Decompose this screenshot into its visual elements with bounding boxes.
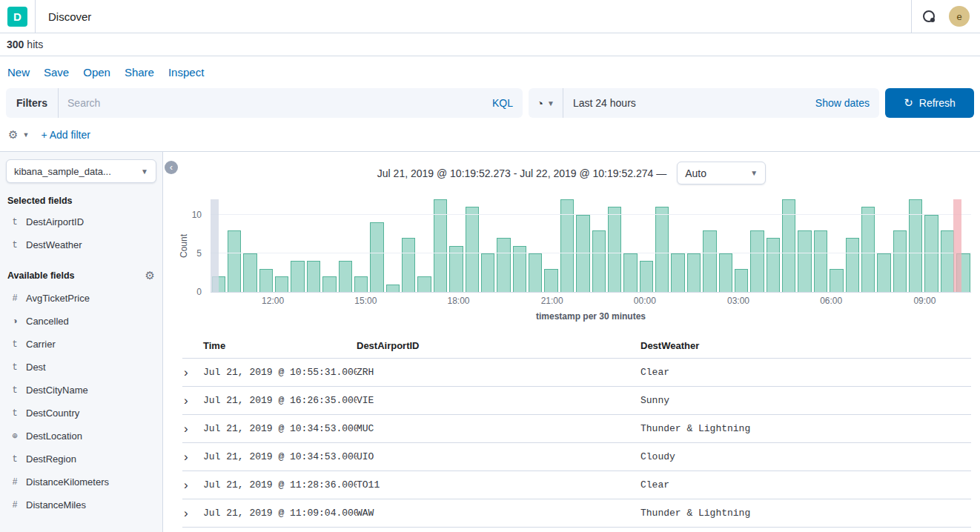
histogram-bar[interactable] xyxy=(846,238,859,292)
nav-inspect-link[interactable]: Inspect xyxy=(168,66,204,79)
histogram-bar[interactable] xyxy=(893,230,907,292)
field-item-DistanceKilometers[interactable]: #DistanceKilometers xyxy=(6,471,156,493)
histogram-bar[interactable] xyxy=(798,230,811,292)
column-header-destairportid[interactable]: DestAirportID xyxy=(357,340,640,351)
field-item-DestCountry[interactable]: tDestCountry xyxy=(6,402,156,425)
field-item-AvgTicketPrice[interactable]: #AvgTicketPrice xyxy=(6,287,156,310)
column-header-destweather[interactable]: DestWeather xyxy=(640,340,971,351)
avatar[interactable]: e xyxy=(949,6,970,27)
histogram-bar[interactable] xyxy=(228,230,241,292)
quick-select-button[interactable]: ◔ ▼ xyxy=(529,88,563,118)
histogram-bar[interactable] xyxy=(259,269,273,292)
histogram-bar[interactable] xyxy=(703,230,716,292)
histogram-bar[interactable] xyxy=(417,276,431,292)
nav-new-link[interactable]: New xyxy=(7,66,30,79)
cell-destweather: Thunder & Lightning xyxy=(640,508,971,519)
index-pattern-select[interactable]: kibana_sample_data... ▼ xyxy=(6,159,156,183)
field-name: DestCountry xyxy=(26,408,79,419)
add-filter-button[interactable]: + Add filter xyxy=(41,129,90,141)
chevron-down-icon: ▼ xyxy=(22,131,29,139)
histogram-bar[interactable] xyxy=(814,230,827,292)
nav-save-link[interactable]: Save xyxy=(44,66,69,79)
interval-select[interactable]: Auto ▼ xyxy=(677,162,766,184)
histogram-bar[interactable] xyxy=(830,269,843,292)
filter-settings-gear-icon[interactable]: ⚙ xyxy=(8,128,18,142)
histogram-bar[interactable] xyxy=(339,261,352,292)
time-range-value[interactable]: Last 24 hours xyxy=(563,97,646,109)
search-input[interactable] xyxy=(59,88,483,118)
expand-row-icon[interactable]: › xyxy=(182,422,203,435)
collapse-sidebar-button[interactable]: ‹ xyxy=(165,161,178,174)
expand-row-icon[interactable]: › xyxy=(182,479,203,491)
histogram-bar[interactable] xyxy=(322,276,336,292)
field-item-DistanceMiles[interactable]: #DistanceMiles xyxy=(6,493,156,516)
histogram-bar[interactable] xyxy=(291,261,304,292)
chevron-down-icon: ▼ xyxy=(547,99,554,107)
histogram-bar[interactable] xyxy=(354,276,368,292)
histogram-bar[interactable] xyxy=(466,207,479,292)
field-item-Cancelled[interactable]: ◑Cancelled xyxy=(6,310,156,333)
expand-row-icon[interactable]: › xyxy=(182,394,203,407)
cell-time: Jul 21, 2019 @ 10:55:31.000 xyxy=(203,367,357,378)
nav-share-link[interactable]: Share xyxy=(125,66,154,79)
histogram-bar[interactable] xyxy=(687,253,701,292)
histogram-bar[interactable] xyxy=(497,238,510,292)
histogram-bar[interactable] xyxy=(767,238,780,292)
field-item-DestWeather[interactable]: tDestWeather xyxy=(6,233,156,256)
help-button[interactable] xyxy=(912,0,946,33)
histogram-bar[interactable] xyxy=(275,276,288,292)
histogram-bar[interactable] xyxy=(307,261,320,292)
histogram-bar[interactable] xyxy=(640,261,653,292)
histogram-bar[interactable] xyxy=(576,215,589,292)
field-settings-gear-icon[interactable]: ⚙ xyxy=(145,269,155,282)
expand-row-icon[interactable]: › xyxy=(182,366,203,379)
histogram-bar[interactable] xyxy=(481,253,494,292)
histogram-bar[interactable] xyxy=(750,230,764,292)
histogram-bar[interactable] xyxy=(370,222,383,292)
number-field-icon: # xyxy=(10,500,19,511)
field-item-DestLocation[interactable]: ⊕DestLocation xyxy=(6,425,156,448)
histogram-bar[interactable] xyxy=(560,199,574,292)
expand-row-icon[interactable]: › xyxy=(182,507,203,519)
field-item-DestCityName[interactable]: tDestCityName xyxy=(6,379,156,402)
histogram-bar[interactable] xyxy=(592,230,606,292)
filters-button[interactable]: Filters xyxy=(6,88,59,118)
available-fields-list: #AvgTicketPrice◑CancelledtCarriertDesttD… xyxy=(6,287,156,516)
help-icon xyxy=(923,10,935,22)
hits-count: 300 xyxy=(7,39,24,50)
histogram-bar[interactable] xyxy=(402,238,415,292)
refresh-button[interactable]: ↻ Refresh xyxy=(885,88,974,118)
histogram-bar[interactable] xyxy=(243,253,256,292)
y-axis-tick-label: 0 xyxy=(196,287,202,297)
histogram-bar[interactable] xyxy=(924,215,938,292)
histogram-bar[interactable] xyxy=(386,285,400,292)
column-header-time[interactable]: Time xyxy=(203,340,357,351)
show-dates-button[interactable]: Show dates xyxy=(806,97,879,109)
histogram-bar[interactable] xyxy=(544,269,557,292)
field-item-DestAirportID[interactable]: tDestAirportID xyxy=(6,210,156,233)
histogram-bar[interactable] xyxy=(671,253,684,292)
histogram-bar[interactable] xyxy=(655,207,669,292)
histogram-bar[interactable] xyxy=(623,253,637,292)
histogram-bar[interactable] xyxy=(735,269,748,292)
histogram-bar[interactable] xyxy=(608,207,621,292)
kql-toggle[interactable]: KQL xyxy=(483,97,523,109)
histogram-bar[interactable] xyxy=(877,253,890,292)
histogram-bar[interactable] xyxy=(941,230,954,292)
field-item-DestRegion[interactable]: tDestRegion xyxy=(6,448,156,471)
histogram-bar[interactable] xyxy=(719,253,732,292)
filter-bar: ⚙ ▼ + Add filter xyxy=(0,121,980,151)
field-item-Carrier[interactable]: tCarrier xyxy=(6,333,156,356)
kibana-logo[interactable]: D xyxy=(7,7,27,27)
histogram-bar[interactable] xyxy=(529,253,542,292)
field-name: Carrier xyxy=(26,339,56,350)
histogram-bar[interactable] xyxy=(434,199,447,292)
nav-open-link[interactable]: Open xyxy=(83,66,110,79)
top-bar: D Discover e xyxy=(0,0,980,33)
histogram-bar[interactable] xyxy=(909,199,922,292)
histogram-bar[interactable] xyxy=(861,207,875,292)
histogram-bar[interactable] xyxy=(782,199,795,292)
expand-row-icon[interactable]: › xyxy=(182,450,203,463)
field-item-Dest[interactable]: tDest xyxy=(6,356,156,379)
kibana-discover-page: D Discover e 300 hits NewSaveOpenShareIn… xyxy=(0,0,980,532)
